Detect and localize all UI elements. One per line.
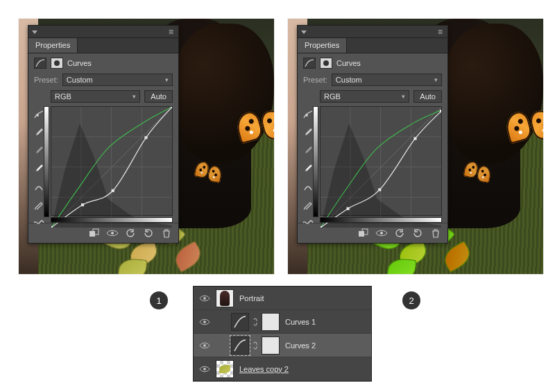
preset-value: Custom: [67, 76, 93, 84]
visibility-eye-icon[interactable]: [199, 364, 210, 375]
channel-value: RGB: [324, 92, 341, 101]
svg-point-16: [111, 232, 114, 235]
layer-name[interactable]: Portrait: [239, 294, 264, 302]
reset-previous-icon[interactable]: [142, 228, 155, 239]
svg-point-17: [323, 60, 329, 66]
reset-icon[interactable]: [393, 228, 406, 239]
step-badge-2: 2: [402, 291, 420, 309]
layer-name[interactable]: Leaves copy 2: [239, 365, 289, 373]
reset-previous-icon[interactable]: [411, 228, 424, 239]
svg-point-33: [380, 232, 383, 235]
trash-icon[interactable]: [160, 228, 173, 239]
preset-label: Preset:: [34, 76, 58, 84]
link-icon[interactable]: [252, 341, 259, 350]
auto-button[interactable]: Auto: [144, 90, 173, 103]
svg-rect-12: [144, 136, 147, 139]
mask-thumb[interactable]: [262, 313, 280, 331]
preset-label: Preset:: [303, 76, 327, 84]
svg-rect-29: [413, 137, 416, 140]
input-gradient: [320, 217, 442, 223]
channel-value: RGB: [55, 92, 71, 101]
clip-to-layer-icon[interactable]: [88, 228, 101, 239]
layer-thumb[interactable]: [216, 289, 234, 307]
svg-point-34: [203, 297, 206, 300]
chevron-down-icon: ▾: [434, 76, 438, 83]
layer-row-1[interactable]: Curves 1: [194, 310, 371, 334]
mask-thumb[interactable]: [262, 336, 280, 355]
tab-properties[interactable]: Properties: [298, 38, 347, 53]
input-gradient: [51, 217, 173, 223]
adjustment-type-icon: [34, 58, 46, 69]
svg-rect-31: [359, 231, 364, 237]
panel-menu-icon[interactable]: ≡: [438, 27, 443, 37]
trash-icon[interactable]: [429, 228, 442, 239]
adjustment-type-icon: [303, 58, 316, 69]
preset-value: Custom: [336, 76, 362, 84]
collapse-icon[interactable]: [300, 28, 307, 35]
channel-select[interactable]: RGB ▾: [51, 90, 140, 103]
svg-rect-27: [347, 207, 350, 210]
layer-name[interactable]: Curves 2: [285, 341, 316, 350]
svg-rect-13: [171, 107, 172, 108]
properties-panel: ≡ Properties Curves Preset: Custom ▾: [28, 25, 179, 244]
properties-panel: ≡ Properties Curves Preset: Custom ▾: [297, 25, 448, 244]
toggle-visibility-icon[interactable]: [106, 228, 119, 239]
preset-select[interactable]: Custom ▾: [62, 74, 173, 86]
output-gradient: [44, 106, 49, 217]
chevron-down-icon: ▾: [402, 93, 405, 100]
panel-title: Curves: [67, 59, 92, 67]
adjustment-thumb[interactable]: [231, 336, 249, 355]
link-icon[interactable]: [252, 318, 259, 326]
svg-point-36: [203, 344, 206, 347]
visibility-eye-icon[interactable]: [199, 340, 210, 351]
panel-title: Curves: [336, 59, 361, 67]
adjustment-thumb[interactable]: [231, 313, 249, 331]
toggle-visibility-icon[interactable]: [375, 228, 388, 239]
channel-select[interactable]: RGB ▾: [320, 90, 409, 103]
output-gradient: [313, 106, 318, 217]
svg-rect-9: [51, 226, 53, 228]
svg-point-18: [305, 114, 308, 117]
layers-panel: Portrait Curves 1 Curves 2 Leaves copy 2: [193, 286, 372, 382]
svg-point-35: [203, 321, 206, 323]
collapse-icon[interactable]: [31, 28, 38, 35]
svg-point-1: [36, 114, 39, 117]
layer-row-0[interactable]: Portrait: [194, 287, 371, 310]
visibility-eye-icon[interactable]: [199, 293, 210, 304]
svg-rect-14: [89, 231, 95, 237]
chevron-down-icon: ▾: [133, 93, 136, 100]
svg-rect-26: [321, 226, 322, 228]
curves-graph[interactable]: [51, 106, 173, 216]
preset-select[interactable]: Custom ▾: [332, 74, 442, 86]
smooth-icon[interactable]: [300, 216, 316, 230]
step-badge-1: 1: [150, 291, 168, 309]
layer-row-2[interactable]: Curves 2: [194, 334, 371, 357]
layer-row-3[interactable]: Leaves copy 2: [194, 357, 371, 381]
svg-rect-28: [378, 188, 381, 191]
panel-menu-icon[interactable]: ≡: [169, 27, 174, 37]
layer-mask-icon[interactable]: [320, 58, 332, 69]
svg-point-37: [203, 368, 206, 370]
svg-point-0: [54, 60, 60, 66]
auto-button[interactable]: Auto: [413, 90, 442, 103]
layer-mask-icon[interactable]: [51, 58, 63, 69]
svg-rect-30: [440, 110, 441, 112]
visibility-eye-icon[interactable]: [199, 316, 210, 327]
smooth-icon[interactable]: [31, 216, 46, 230]
chevron-down-icon: ▾: [165, 76, 169, 83]
layer-thumb[interactable]: [216, 360, 234, 378]
svg-rect-10: [81, 203, 84, 206]
reset-icon[interactable]: [124, 228, 137, 239]
tab-properties[interactable]: Properties: [28, 38, 78, 53]
svg-rect-11: [112, 189, 114, 192]
clip-to-layer-icon[interactable]: [357, 228, 370, 239]
layer-name[interactable]: Curves 1: [285, 318, 316, 326]
curves-graph[interactable]: [320, 106, 442, 216]
